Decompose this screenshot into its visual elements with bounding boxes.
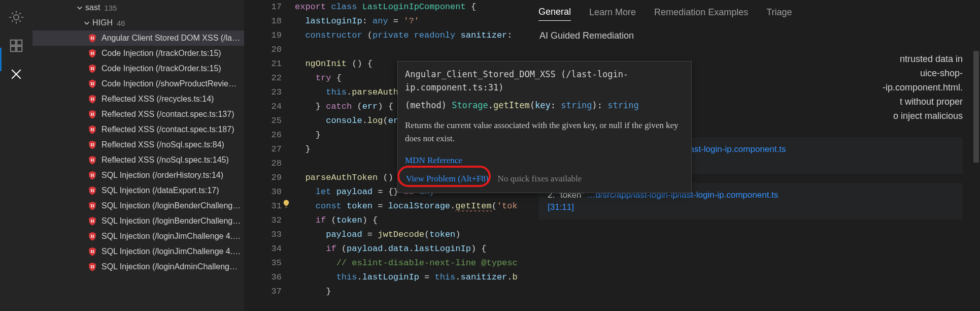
tab-general[interactable]: General: [538, 7, 571, 21]
no-quick-fixes-label: No quick fixes available: [498, 172, 582, 185]
severity-high-icon: H: [87, 125, 97, 135]
sidebar-item-label: Angular Client Stored DOM XSS (/la…: [102, 34, 241, 43]
sidebar-item-label: Reflected XSS (/noSql.spec.ts:84): [102, 140, 241, 149]
svg-text:H: H: [90, 158, 94, 163]
svg-text:H: H: [90, 249, 94, 254]
svg-text:H: H: [90, 36, 94, 41]
svg-text:H: H: [90, 51, 94, 56]
sidebar-item-label: Code Injection (/trackOrder.ts:15): [102, 64, 241, 73]
sidebar-item[interactable]: HCode Injection (/trackOrder.ts:15): [32, 46, 244, 61]
hover-title: Angular_Client_Stored_DOM_XSS (/last-log…: [405, 68, 684, 95]
sidebar-item-label: Code Injection (/showProductRevie…: [102, 79, 241, 88]
severity-high-icon: H: [87, 216, 97, 226]
svg-text:H: H: [90, 142, 94, 147]
severity-high-icon: H: [87, 140, 97, 150]
sidebar-item-label: SQL Injection (/loginJimChallenge 4.…: [102, 247, 241, 256]
sidebar-item[interactable]: HSQL Injection (/orderHistory.ts:14): [32, 168, 244, 183]
hover-description: Returns the current value associated wit…: [405, 119, 684, 146]
svg-text:H: H: [90, 234, 94, 239]
sidebar-item-label: SQL Injection (/loginBenderChalleng…: [102, 201, 241, 210]
svg-rect-3: [11, 46, 16, 51]
sidebar-item[interactable]: HReflected XSS (/contact.spec.ts:137): [32, 107, 244, 122]
sidebar-item[interactable]: HSQL Injection (/loginJimChallenge 4.…: [32, 229, 244, 244]
severity-high-icon: H: [87, 48, 97, 58]
svg-text:H: H: [90, 188, 94, 193]
severity-high-icon: H: [87, 64, 97, 74]
sidebar-item-label: SQL Injection (/dataExport.ts:17): [102, 186, 241, 195]
subtab-ai-guided[interactable]: AI Guided Remediation: [538, 30, 963, 41]
line-gutter: 1718192021222324252627282930313233343536…: [244, 0, 289, 299]
sidebar-item[interactable]: HSQL Injection (/loginBenderChalleng…: [32, 213, 244, 229]
sidebar-item[interactable]: HCode Injection (/trackOrder.ts:15): [32, 61, 244, 76]
extensions-icon[interactable]: [5, 35, 27, 57]
sidebar: sast 135 HIGH 46 HAngular Client Stored …: [32, 0, 244, 311]
svg-text:H: H: [90, 97, 94, 102]
svg-text:H: H: [90, 219, 94, 224]
svg-text:H: H: [90, 173, 94, 178]
severity-high-icon: H: [87, 170, 97, 180]
svg-text:H: H: [90, 264, 94, 269]
debug-icon[interactable]: [5, 6, 27, 28]
sidebar-item[interactable]: HSQL Injection (/loginBenderChalleng…: [32, 198, 244, 213]
group-count: 135: [104, 4, 117, 12]
hover-tooltip: Angular_Client_Stored_DOM_XSS (/last-log…: [397, 61, 692, 193]
severity-high-icon: H: [87, 155, 97, 165]
sidebar-item-label: SQL Injection (/orderHistory.ts:14): [102, 171, 241, 180]
sidebar-item-label: SQL Injection (/loginBenderChalleng…: [102, 216, 241, 226]
sidebar-item[interactable]: HReflected XSS (/noSql.spec.ts:84): [32, 137, 244, 152]
sidebar-item-label: Reflected XSS (/contact.spec.ts:137): [102, 110, 241, 119]
severity-high-icon: H: [87, 33, 97, 43]
svg-text:H: H: [90, 203, 94, 208]
tree-group-high[interactable]: HIGH 46: [32, 15, 244, 30]
hover-signature: (method) Storage.getItem(key: string): s…: [405, 99, 684, 112]
group-count: 46: [117, 19, 125, 27]
severity-high-icon: H: [87, 262, 97, 272]
sidebar-item[interactable]: HSQL Injection (/loginJimChallenge 4.…: [32, 244, 244, 259]
panel-tabs: General Learn More Remediation Examples …: [538, 2, 963, 25]
sidebar-item-label: Reflected XSS (/recycles.ts:14): [102, 95, 241, 104]
sidebar-item-label: Code Injection (/trackOrder.ts:15): [102, 49, 241, 58]
sidebar-item[interactable]: HCode Injection (/showProductRevie…: [32, 76, 244, 91]
group-label: sast: [85, 3, 100, 12]
svg-rect-1: [11, 40, 16, 45]
severity-high-icon: H: [87, 231, 97, 241]
scrollbar-thumb[interactable]: [973, 51, 979, 163]
sidebar-item[interactable]: HReflected XSS (/recycles.ts:14): [32, 91, 244, 107]
sidebar-item[interactable]: HSQL Injection (/loginAdminChalleng…: [32, 259, 244, 274]
sidebar-item-label: Reflected XSS (/contact.spec.ts:187): [102, 125, 241, 134]
severity-high-icon: H: [87, 185, 97, 196]
sidebar-item[interactable]: HAngular Client Stored DOM XSS (/la…: [32, 30, 244, 46]
panel-scrollbar[interactable]: [972, 0, 980, 311]
sidebar-item[interactable]: HReflected XSS (/contact.spec.ts:187): [32, 122, 244, 137]
sidebar-item[interactable]: HSQL Injection (/dataExport.ts:17): [32, 183, 244, 198]
svg-text:H: H: [90, 112, 94, 117]
svg-text:H: H: [90, 127, 94, 132]
card-location: [31:11]: [548, 202, 954, 212]
severity-high-icon: H: [87, 201, 97, 211]
group-label: HIGH: [92, 18, 113, 27]
sidebar-item-label: SQL Injection (/loginJimChallenge 4.…: [102, 232, 241, 241]
tree-group-sast[interactable]: sast 135: [32, 0, 244, 15]
severity-high-icon: H: [87, 246, 97, 257]
tab-remediation-examples[interactable]: Remediation Examples: [654, 7, 748, 21]
sidebar-item-label: SQL Injection (/loginAdminChalleng…: [102, 262, 241, 271]
severity-high-icon: H: [87, 94, 97, 104]
severity-high-icon: H: [87, 109, 97, 119]
view-problem-link[interactable]: View Problem (Alt+F8): [406, 174, 489, 183]
scan-panel-icon[interactable]: [5, 63, 27, 85]
svg-rect-2: [17, 40, 22, 45]
svg-point-0: [14, 15, 19, 20]
lightbulb-icon[interactable]: [282, 199, 291, 208]
tab-triage[interactable]: Triage: [766, 7, 792, 21]
chevron-down-icon: [75, 3, 84, 12]
sidebar-item-label: Reflected XSS (/noSql.spec.ts:145): [102, 156, 241, 165]
chevron-down-icon: [82, 18, 91, 27]
mdn-reference-link[interactable]: MDN Reference: [405, 154, 684, 167]
svg-text:H: H: [90, 81, 94, 86]
tab-learn-more[interactable]: Learn More: [589, 7, 636, 21]
activity-bar: [0, 0, 32, 311]
svg-text:H: H: [90, 66, 94, 71]
severity-high-icon: H: [87, 79, 97, 89]
sidebar-item[interactable]: HReflected XSS (/noSql.spec.ts:145): [32, 152, 244, 168]
svg-rect-4: [17, 46, 22, 51]
